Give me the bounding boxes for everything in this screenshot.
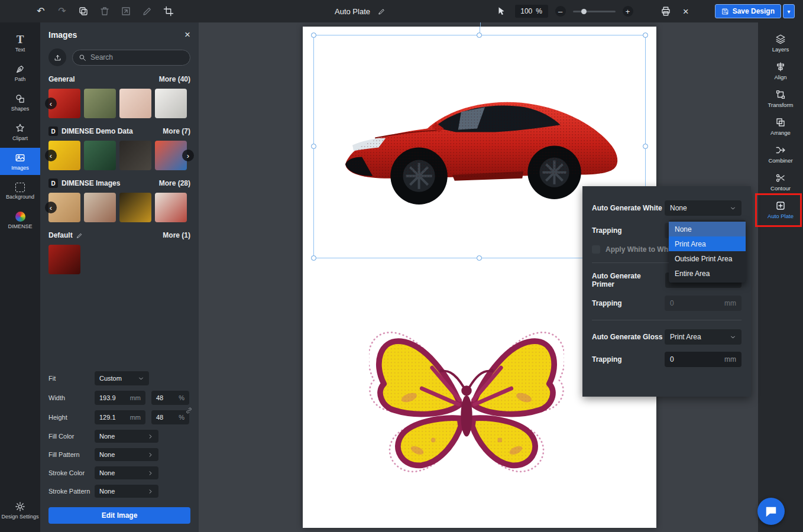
crop-button[interactable]	[162, 5, 175, 18]
export-frame-button[interactable]	[119, 5, 132, 18]
dropdown-option[interactable]: Entire Area	[669, 266, 746, 281]
selection-handle-top-left[interactable]	[311, 33, 316, 38]
right-sidebar: Layers Align Transform Arrange Combiner …	[758, 22, 803, 532]
zoom-out-button[interactable]: –	[555, 6, 566, 17]
selection-handle-top-center[interactable]	[477, 33, 482, 38]
zoom-in-button[interactable]: +	[623, 6, 633, 17]
save-design-button[interactable]: Save Design	[715, 4, 781, 18]
undo-button[interactable]: ↶	[34, 5, 47, 18]
image-thumbnail[interactable]	[155, 193, 187, 222]
panel-title: Images	[48, 30, 77, 40]
search-box[interactable]	[72, 50, 190, 66]
image-thumbnail[interactable]	[48, 245, 80, 274]
image-thumbnail[interactable]	[84, 193, 116, 222]
edit-object-button[interactable]	[141, 5, 154, 18]
height-mm-input[interactable]: 129.1 mm	[95, 410, 145, 424]
panel-button-combiner[interactable]: Combiner	[758, 142, 803, 167]
close-panel-button[interactable]: ×	[184, 29, 190, 41]
auto-generate-gloss-select[interactable]: Print Area	[665, 329, 742, 345]
gloss-trapping-label: Trapping	[592, 355, 622, 364]
chevron-right-icon	[147, 452, 154, 458]
sidebar-item-shapes[interactable]: Shapes	[0, 89, 40, 116]
design-settings-button[interactable]: Design Settings	[1, 495, 39, 526]
stroke-color-select[interactable]: None	[95, 466, 158, 479]
selection-handle-top-right[interactable]	[643, 33, 648, 38]
sidebar-item-clipart[interactable]: Clipart	[0, 118, 40, 145]
zoom-slider[interactable]	[573, 11, 616, 12]
rename-section-button[interactable]	[76, 232, 83, 239]
image-thumbnail[interactable]	[119, 193, 151, 222]
more-button[interactable]: More (40)	[159, 75, 190, 83]
scroll-right-button[interactable]: ›	[182, 150, 194, 161]
panel-button-align[interactable]: Align	[758, 59, 803, 83]
plus-icon: +	[626, 8, 630, 15]
zoom-input[interactable]: 100 %	[515, 5, 548, 18]
link-dimensions-icon[interactable]	[185, 407, 193, 414]
zoom-slider-knob[interactable]	[581, 9, 587, 14]
primer-trapping-input[interactable]: 0 mm	[665, 296, 742, 311]
search-icon	[79, 54, 86, 61]
dropdown-option[interactable]: None	[669, 222, 746, 236]
image-thumbnail[interactable]	[84, 89, 116, 118]
apply-white-checkbox[interactable]	[592, 245, 600, 254]
dropdown-option[interactable]: Outside Print Area	[669, 251, 746, 266]
width-mm-input[interactable]: 193.9 mm	[95, 391, 145, 405]
toolbar-left-group: ↶ ↷	[34, 5, 175, 18]
panel-button-auto-plate[interactable]: Auto Plate	[758, 197, 803, 222]
dropdown-option[interactable]: Print Area	[669, 236, 746, 251]
white-select-dropdown: NonePrint AreaOutside Print AreaEntire A…	[669, 220, 746, 283]
scroll-left-button[interactable]: ‹	[45, 98, 57, 109]
pencil-icon	[142, 6, 153, 17]
more-button[interactable]: More (28)	[159, 179, 190, 187]
stroke-pattern-select[interactable]: None	[95, 485, 158, 498]
delete-button[interactable]	[98, 5, 111, 18]
scroll-left-button[interactable]: ‹	[45, 202, 57, 213]
width-percent-input[interactable]: 48 %	[151, 391, 189, 405]
panel-button-layers[interactable]: Layers	[758, 31, 803, 56]
sidebar-item-background[interactable]: Background	[0, 177, 40, 205]
height-percent-input[interactable]: 48 %	[151, 410, 189, 424]
scroll-left-button[interactable]: ‹	[45, 150, 57, 161]
redo-icon: ↷	[58, 7, 66, 16]
panel-button-arrange[interactable]: Arrange	[758, 114, 803, 139]
more-button[interactable]: More (7)	[163, 127, 190, 135]
sidebar-item-dimense[interactable]: DIMENSE	[0, 207, 40, 234]
sidebar-item-path[interactable]: Path	[0, 59, 40, 86]
fill-color-select[interactable]: None	[95, 430, 158, 443]
edit-image-button[interactable]: Edit Image	[48, 507, 190, 524]
document-title-group: Auto Plate	[335, 0, 388, 22]
close-document-button[interactable]: ×	[679, 5, 692, 18]
sidebar-item-images[interactable]: Images	[0, 148, 40, 175]
sidebar-item-text[interactable]: T Text	[0, 30, 40, 57]
pointer-tool-button[interactable]	[495, 5, 508, 18]
fit-select[interactable]: Custom	[95, 371, 149, 385]
clipart-icon	[15, 123, 25, 134]
auto-generate-white-select[interactable]: None	[665, 200, 742, 216]
chevron-down-icon	[730, 334, 736, 340]
panel-button-contour[interactable]: Contour	[758, 170, 803, 194]
panel-button-transform[interactable]: Transform	[758, 86, 803, 111]
image-thumbnail[interactable]	[119, 89, 151, 118]
butterfly-image[interactable]	[369, 317, 564, 499]
arrange-icon	[775, 117, 786, 128]
image-thumbnail[interactable]	[84, 141, 116, 170]
selection-handle-bottom-left[interactable]	[311, 255, 316, 261]
more-button[interactable]: More (1)	[163, 231, 190, 239]
duplicate-button[interactable]	[77, 5, 90, 18]
chat-button[interactable]	[757, 498, 785, 525]
image-thumbnail[interactable]	[119, 141, 151, 170]
save-options-button[interactable]: ▾	[783, 4, 795, 18]
gloss-trapping-input[interactable]: 0 mm	[665, 352, 742, 367]
redo-button[interactable]: ↷	[56, 5, 69, 18]
thumbnail-row: ‹	[48, 89, 190, 118]
selection-handle-right[interactable]	[643, 144, 648, 149]
upload-image-button[interactable]	[48, 48, 66, 66]
selection-handle-left[interactable]	[311, 144, 316, 149]
print-button[interactable]	[659, 5, 672, 18]
fill-pattern-select[interactable]: None	[95, 448, 158, 461]
search-input[interactable]	[90, 53, 184, 61]
rename-document-button[interactable]	[375, 5, 388, 18]
selection-handle-bottom-center[interactable]	[477, 255, 482, 261]
image-thumbnail[interactable]	[155, 89, 187, 118]
background-icon	[15, 183, 25, 192]
